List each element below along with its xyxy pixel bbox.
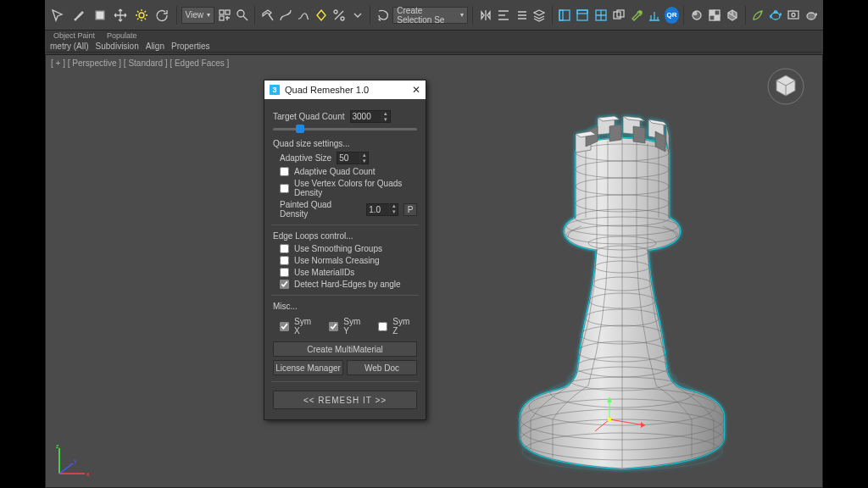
- lasso-icon[interactable]: [375, 6, 391, 25]
- viewport[interactable]: [ + ] [ Perspective ] [ Standard ] [ Edg…: [45, 54, 823, 488]
- align-icon[interactable]: [495, 6, 511, 25]
- axis-tripod: x z y: [53, 441, 92, 480]
- svg-line-53: [595, 419, 609, 431]
- render-icon[interactable]: [786, 6, 802, 25]
- section-quad-size: Quad size settings...: [273, 139, 417, 148]
- svg-text:z: z: [56, 443, 59, 449]
- remesh-it-button[interactable]: << REMESH IT >>: [273, 391, 417, 409]
- use-normals-creasing-checkbox[interactable]: Use Normals Creasing: [273, 256, 417, 265]
- brush-icon[interactable]: [70, 4, 89, 26]
- list-icon[interactable]: [513, 6, 529, 25]
- sun-icon[interactable]: [131, 4, 151, 26]
- svg-point-24: [807, 13, 815, 19]
- selection-set-dropdown[interactable]: Create Selection Se▾: [392, 7, 468, 24]
- use-vertex-colors-checkbox[interactable]: Use Vertex Colors for Quads Density: [273, 179, 417, 197]
- wrench-icon[interactable]: [628, 6, 644, 25]
- svg-point-7: [341, 17, 344, 20]
- section-misc: Misc...: [273, 302, 417, 311]
- leaf-icon[interactable]: [749, 6, 765, 25]
- adaptive-size-input[interactable]: [337, 152, 359, 164]
- cube-icon[interactable]: [724, 6, 740, 25]
- svg-rect-4: [220, 16, 224, 20]
- hammer-icon[interactable]: [259, 6, 275, 25]
- qr-button[interactable]: QR: [665, 7, 679, 24]
- spin-down-icon[interactable]: ▾: [381, 117, 390, 123]
- painted-quad-density-spinner[interactable]: ▴▾: [366, 203, 398, 216]
- menu-properties[interactable]: Properties: [171, 42, 210, 51]
- use-smoothing-groups-checkbox[interactable]: Use Smoothing Groups: [273, 244, 417, 253]
- teapot2-icon[interactable]: [804, 6, 820, 25]
- svg-rect-0: [96, 11, 104, 19]
- use-materialids-checkbox[interactable]: Use MaterialIDs: [273, 268, 417, 277]
- view-cube[interactable]: [766, 67, 805, 106]
- chevron-down-icon: ▾: [207, 11, 210, 19]
- sphere-icon[interactable]: [688, 6, 704, 25]
- dialog-body: Target Quad Count ▴▾ Quad size settings.…: [264, 99, 426, 419]
- percent-icon[interactable]: [331, 6, 348, 25]
- panel2-icon[interactable]: [575, 6, 591, 25]
- move-icon[interactable]: [111, 4, 131, 26]
- graph-icon[interactable]: [647, 6, 663, 25]
- adaptive-size-spinner[interactable]: ▴▾: [337, 152, 369, 164]
- svg-rect-8: [559, 10, 570, 20]
- teapot-icon[interactable]: [768, 6, 784, 25]
- slider-thumb[interactable]: [296, 125, 304, 133]
- view-dropdown[interactable]: View▾: [181, 7, 215, 24]
- layers-icon[interactable]: [531, 6, 548, 25]
- adaptive-quad-count-checkbox[interactable]: Adaptive Quad Count: [273, 167, 417, 176]
- svg-point-1: [139, 13, 144, 18]
- mirror-icon[interactable]: [477, 6, 493, 25]
- sym-y-checkbox[interactable]: Sym Y: [329, 317, 368, 336]
- zoom-extents-icon[interactable]: [234, 6, 250, 25]
- section-edge-loops: Edge Loops control...: [273, 231, 417, 241]
- sublabel-populate[interactable]: Populate: [102, 31, 142, 40]
- curve-icon[interactable]: [277, 6, 293, 25]
- spin-down-icon[interactable]: ▾: [389, 209, 398, 215]
- sym-z-checkbox[interactable]: Sym Z: [378, 317, 417, 336]
- overlay-icon[interactable]: [610, 6, 626, 25]
- web-doc-button[interactable]: Web Doc: [347, 360, 417, 375]
- diamond-icon[interactable]: [314, 6, 330, 25]
- p-button[interactable]: P: [403, 203, 417, 216]
- dialog-titlebar[interactable]: 3 Quad Remesher 1.0 ✕: [264, 80, 426, 99]
- quad-remesher-dialog[interactable]: 3 Quad Remesher 1.0 ✕ Target Quad Count …: [264, 80, 426, 420]
- workspace: View▾ Create Selection Se▾ QR: [45, 0, 823, 488]
- close-icon[interactable]: ✕: [412, 84, 420, 96]
- svg-marker-50: [641, 422, 645, 428]
- svg-rect-22: [788, 11, 798, 19]
- license-manager-button[interactable]: License Manager: [273, 360, 343, 375]
- svg-line-49: [609, 419, 645, 425]
- target-quad-count-slider[interactable]: [273, 128, 417, 130]
- chevron-down-icon: ▾: [460, 11, 464, 19]
- transform-gizmo[interactable]: [593, 394, 652, 436]
- grid-plus-icon[interactable]: [216, 6, 232, 25]
- svg-point-16: [693, 12, 697, 14]
- cursor-icon[interactable]: [48, 4, 68, 26]
- target-quad-count-input[interactable]: [351, 111, 381, 122]
- app-root: View▾ Create Selection Se▾ QR: [0, 0, 868, 488]
- painted-quad-density-input[interactable]: [367, 204, 389, 215]
- panel1-icon[interactable]: [557, 6, 573, 25]
- sym-x-checkbox[interactable]: Sym X: [280, 317, 319, 336]
- target-quad-count-spinner[interactable]: ▴▾: [350, 110, 391, 123]
- spin-down-icon[interactable]: ▾: [359, 158, 368, 164]
- checker-icon[interactable]: [706, 6, 722, 25]
- detect-hard-edges-checkbox[interactable]: Detect Hard-Edges by angle: [273, 280, 417, 289]
- menu-subdivision[interactable]: Subdivision: [96, 42, 139, 51]
- create-multimaterial-button[interactable]: Create MultiMaterial: [273, 341, 417, 357]
- sublabel-object-paint[interactable]: Object Paint: [48, 31, 100, 40]
- box-icon[interactable]: [90, 4, 109, 26]
- viewport-label[interactable]: [ + ] [ Perspective ] [ Standard ] [ Edg…: [51, 58, 229, 68]
- spline-icon[interactable]: [296, 6, 312, 25]
- svg-rect-9: [559, 10, 563, 20]
- panel3-icon[interactable]: [593, 6, 609, 25]
- svg-rect-3: [225, 10, 230, 14]
- selection-set-label: Create Selection Se: [397, 6, 457, 25]
- menu-align[interactable]: Align: [146, 42, 164, 51]
- svg-rect-10: [577, 10, 587, 20]
- refresh-icon[interactable]: [153, 4, 172, 26]
- menu-geometry[interactable]: metry (All): [50, 42, 89, 51]
- app-icon: 3: [270, 85, 280, 95]
- svg-point-21: [771, 13, 780, 19]
- dropdown-caret-icon[interactable]: [349, 6, 365, 25]
